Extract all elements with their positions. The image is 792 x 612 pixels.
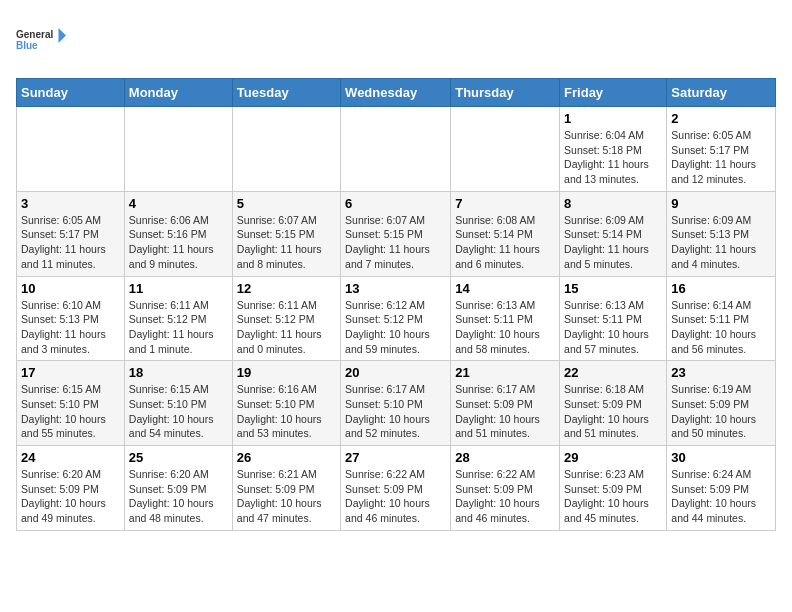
day-number: 27: [345, 450, 446, 465]
day-number: 2: [671, 111, 771, 126]
calendar-cell: 3Sunrise: 6:05 AM Sunset: 5:17 PM Daylig…: [17, 191, 125, 276]
day-info: Sunrise: 6:16 AM Sunset: 5:10 PM Dayligh…: [237, 382, 336, 441]
day-number: 11: [129, 281, 228, 296]
day-number: 25: [129, 450, 228, 465]
column-header-tuesday: Tuesday: [232, 79, 340, 107]
day-info: Sunrise: 6:17 AM Sunset: 5:10 PM Dayligh…: [345, 382, 446, 441]
page-header: General Blue: [16, 16, 776, 66]
calendar-cell: 5Sunrise: 6:07 AM Sunset: 5:15 PM Daylig…: [232, 191, 340, 276]
logo-icon: General Blue: [16, 16, 66, 66]
day-info: Sunrise: 6:05 AM Sunset: 5:17 PM Dayligh…: [21, 213, 120, 272]
day-number: 23: [671, 365, 771, 380]
calendar-cell: 9Sunrise: 6:09 AM Sunset: 5:13 PM Daylig…: [667, 191, 776, 276]
day-info: Sunrise: 6:09 AM Sunset: 5:13 PM Dayligh…: [671, 213, 771, 272]
day-info: Sunrise: 6:10 AM Sunset: 5:13 PM Dayligh…: [21, 298, 120, 357]
svg-text:General: General: [16, 29, 53, 40]
calendar-cell: 1Sunrise: 6:04 AM Sunset: 5:18 PM Daylig…: [560, 107, 667, 192]
day-info: Sunrise: 6:04 AM Sunset: 5:18 PM Dayligh…: [564, 128, 662, 187]
calendar-cell: 16Sunrise: 6:14 AM Sunset: 5:11 PM Dayli…: [667, 276, 776, 361]
logo: General Blue: [16, 16, 66, 66]
day-info: Sunrise: 6:09 AM Sunset: 5:14 PM Dayligh…: [564, 213, 662, 272]
day-info: Sunrise: 6:11 AM Sunset: 5:12 PM Dayligh…: [129, 298, 228, 357]
day-number: 16: [671, 281, 771, 296]
calendar-cell: [341, 107, 451, 192]
day-number: 3: [21, 196, 120, 211]
day-number: 13: [345, 281, 446, 296]
calendar-cell: 27Sunrise: 6:22 AM Sunset: 5:09 PM Dayli…: [341, 446, 451, 531]
calendar-cell: 28Sunrise: 6:22 AM Sunset: 5:09 PM Dayli…: [451, 446, 560, 531]
day-info: Sunrise: 6:20 AM Sunset: 5:09 PM Dayligh…: [21, 467, 120, 526]
day-number: 18: [129, 365, 228, 380]
day-number: 22: [564, 365, 662, 380]
column-header-friday: Friday: [560, 79, 667, 107]
column-header-thursday: Thursday: [451, 79, 560, 107]
calendar-cell: 18Sunrise: 6:15 AM Sunset: 5:10 PM Dayli…: [124, 361, 232, 446]
svg-text:Blue: Blue: [16, 40, 38, 51]
day-number: 6: [345, 196, 446, 211]
calendar-cell: 19Sunrise: 6:16 AM Sunset: 5:10 PM Dayli…: [232, 361, 340, 446]
day-info: Sunrise: 6:15 AM Sunset: 5:10 PM Dayligh…: [21, 382, 120, 441]
calendar-cell: 24Sunrise: 6:20 AM Sunset: 5:09 PM Dayli…: [17, 446, 125, 531]
day-number: 12: [237, 281, 336, 296]
calendar-cell: 30Sunrise: 6:24 AM Sunset: 5:09 PM Dayli…: [667, 446, 776, 531]
day-number: 9: [671, 196, 771, 211]
column-header-saturday: Saturday: [667, 79, 776, 107]
day-number: 29: [564, 450, 662, 465]
calendar-cell: 25Sunrise: 6:20 AM Sunset: 5:09 PM Dayli…: [124, 446, 232, 531]
column-header-sunday: Sunday: [17, 79, 125, 107]
day-number: 19: [237, 365, 336, 380]
calendar-cell: 7Sunrise: 6:08 AM Sunset: 5:14 PM Daylig…: [451, 191, 560, 276]
day-info: Sunrise: 6:07 AM Sunset: 5:15 PM Dayligh…: [237, 213, 336, 272]
day-info: Sunrise: 6:15 AM Sunset: 5:10 PM Dayligh…: [129, 382, 228, 441]
day-info: Sunrise: 6:20 AM Sunset: 5:09 PM Dayligh…: [129, 467, 228, 526]
day-info: Sunrise: 6:22 AM Sunset: 5:09 PM Dayligh…: [455, 467, 555, 526]
calendar-cell: 15Sunrise: 6:13 AM Sunset: 5:11 PM Dayli…: [560, 276, 667, 361]
day-info: Sunrise: 6:13 AM Sunset: 5:11 PM Dayligh…: [564, 298, 662, 357]
day-number: 1: [564, 111, 662, 126]
day-info: Sunrise: 6:13 AM Sunset: 5:11 PM Dayligh…: [455, 298, 555, 357]
calendar-cell: [124, 107, 232, 192]
day-info: Sunrise: 6:19 AM Sunset: 5:09 PM Dayligh…: [671, 382, 771, 441]
day-info: Sunrise: 6:08 AM Sunset: 5:14 PM Dayligh…: [455, 213, 555, 272]
day-number: 15: [564, 281, 662, 296]
day-number: 20: [345, 365, 446, 380]
calendar-cell: 17Sunrise: 6:15 AM Sunset: 5:10 PM Dayli…: [17, 361, 125, 446]
calendar-cell: 14Sunrise: 6:13 AM Sunset: 5:11 PM Dayli…: [451, 276, 560, 361]
calendar-cell: [232, 107, 340, 192]
calendar-cell: 23Sunrise: 6:19 AM Sunset: 5:09 PM Dayli…: [667, 361, 776, 446]
day-number: 8: [564, 196, 662, 211]
day-info: Sunrise: 6:05 AM Sunset: 5:17 PM Dayligh…: [671, 128, 771, 187]
calendar-cell: 12Sunrise: 6:11 AM Sunset: 5:12 PM Dayli…: [232, 276, 340, 361]
day-number: 24: [21, 450, 120, 465]
calendar-cell: 2Sunrise: 6:05 AM Sunset: 5:17 PM Daylig…: [667, 107, 776, 192]
day-info: Sunrise: 6:12 AM Sunset: 5:12 PM Dayligh…: [345, 298, 446, 357]
column-header-monday: Monday: [124, 79, 232, 107]
day-info: Sunrise: 6:07 AM Sunset: 5:15 PM Dayligh…: [345, 213, 446, 272]
day-number: 21: [455, 365, 555, 380]
day-number: 28: [455, 450, 555, 465]
day-number: 26: [237, 450, 336, 465]
day-info: Sunrise: 6:17 AM Sunset: 5:09 PM Dayligh…: [455, 382, 555, 441]
calendar-cell: [17, 107, 125, 192]
calendar-cell: 6Sunrise: 6:07 AM Sunset: 5:15 PM Daylig…: [341, 191, 451, 276]
day-number: 17: [21, 365, 120, 380]
calendar-cell: 10Sunrise: 6:10 AM Sunset: 5:13 PM Dayli…: [17, 276, 125, 361]
day-info: Sunrise: 6:24 AM Sunset: 5:09 PM Dayligh…: [671, 467, 771, 526]
day-info: Sunrise: 6:14 AM Sunset: 5:11 PM Dayligh…: [671, 298, 771, 357]
day-number: 5: [237, 196, 336, 211]
calendar-cell: 29Sunrise: 6:23 AM Sunset: 5:09 PM Dayli…: [560, 446, 667, 531]
calendar-cell: 26Sunrise: 6:21 AM Sunset: 5:09 PM Dayli…: [232, 446, 340, 531]
day-info: Sunrise: 6:22 AM Sunset: 5:09 PM Dayligh…: [345, 467, 446, 526]
day-number: 14: [455, 281, 555, 296]
calendar-cell: 22Sunrise: 6:18 AM Sunset: 5:09 PM Dayli…: [560, 361, 667, 446]
day-number: 30: [671, 450, 771, 465]
day-info: Sunrise: 6:11 AM Sunset: 5:12 PM Dayligh…: [237, 298, 336, 357]
day-info: Sunrise: 6:06 AM Sunset: 5:16 PM Dayligh…: [129, 213, 228, 272]
calendar-cell: 11Sunrise: 6:11 AM Sunset: 5:12 PM Dayli…: [124, 276, 232, 361]
calendar-cell: 13Sunrise: 6:12 AM Sunset: 5:12 PM Dayli…: [341, 276, 451, 361]
day-info: Sunrise: 6:21 AM Sunset: 5:09 PM Dayligh…: [237, 467, 336, 526]
svg-marker-2: [59, 28, 67, 43]
calendar-cell: 4Sunrise: 6:06 AM Sunset: 5:16 PM Daylig…: [124, 191, 232, 276]
calendar-cell: 21Sunrise: 6:17 AM Sunset: 5:09 PM Dayli…: [451, 361, 560, 446]
day-number: 7: [455, 196, 555, 211]
